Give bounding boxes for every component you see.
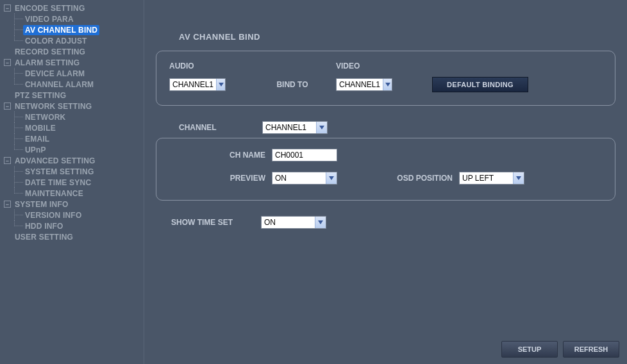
osd-position-label: OSD POSITION (369, 174, 453, 183)
sidebar-item-label: MAINTENANCE (23, 188, 85, 199)
tree-connector-icon (10, 68, 23, 79)
sidebar-item-label: SYSTEM SETTING (23, 167, 96, 177)
sidebar-item-label: COLOR ADJUST (23, 36, 89, 46)
audio-select[interactable]: CHANNEL1 (169, 78, 226, 91)
sidebar-item-video-para[interactable]: VIDEO PARA (10, 13, 144, 24)
footer-buttons: SETUP REFRESH (501, 341, 619, 358)
main-content: AV CHANNEL BIND AUDIO VIDEO CHANNEL1 BIN… (144, 0, 627, 364)
collapse-icon: − (4, 201, 11, 208)
bind-to-label: BIND TO (265, 80, 336, 89)
sidebar-item-hdd-info[interactable]: HDD INFO (10, 220, 144, 231)
sidebar-item-label: VIDEO PARA (23, 14, 76, 24)
sidebar-item-upnp[interactable]: UPnP (10, 144, 144, 155)
sidebar-item-user-setting[interactable]: USER SETTING (4, 231, 144, 242)
dropdown-icon (383, 79, 392, 90)
channel-panel: CH NAME PREVIEW ON OSD POSITION UP LEFT (156, 138, 615, 201)
tree-connector-icon (10, 177, 23, 188)
sidebar-item-label: ALARM SETTING (13, 58, 81, 68)
channel-label: CHANNEL (179, 123, 262, 132)
tree-connector-icon (10, 133, 23, 144)
sidebar-item-system-info[interactable]: −SYSTEM INFO (4, 199, 144, 210)
page-title: AV CHANNEL BIND (179, 32, 615, 42)
default-binding-button[interactable]: DEFAULT BINDING (432, 77, 528, 92)
channel-select-value: CHANNEL1 (263, 123, 316, 132)
collapse-icon: − (4, 103, 11, 110)
tree-connector-icon (10, 35, 23, 46)
tree-connector-icon (10, 24, 23, 35)
sidebar-item-label: USER SETTING (13, 232, 75, 242)
sidebar-item-date-time-sync[interactable]: DATE TIME SYNC (10, 177, 144, 188)
sidebar-item-label: AV CHANNEL BIND (23, 25, 99, 35)
bind-panel: AUDIO VIDEO CHANNEL1 BIND TO CHANNEL1 DE… (156, 51, 615, 106)
sidebar-item-color-adjust[interactable]: COLOR ADJUST (10, 35, 144, 46)
sidebar-item-label: ADVANCED SETTING (13, 156, 97, 166)
sidebar-item-encode-setting[interactable]: −ENCODE SETTING (4, 3, 144, 13)
preview-select-value: ON (272, 174, 326, 183)
sidebar-item-version-info[interactable]: VERSION INFO (10, 210, 144, 220)
show-time-set-select[interactable]: ON (261, 216, 326, 229)
dropdown-icon (326, 172, 337, 184)
sidebar-item-label: DATE TIME SYNC (23, 178, 93, 188)
preview-select[interactable]: ON (272, 172, 337, 185)
tree-connector-icon (10, 144, 23, 155)
tree-connector-icon (10, 166, 23, 177)
sidebar-item-system-setting[interactable]: SYSTEM SETTING (10, 166, 144, 177)
dropdown-icon (315, 217, 326, 228)
tree-connector-icon (10, 122, 23, 133)
sidebar-item-label: MOBILE (23, 123, 58, 133)
sidebar-item-av-channel-bind[interactable]: AV CHANNEL BIND (10, 24, 144, 35)
sidebar: −ENCODE SETTINGVIDEO PARAAV CHANNEL BIND… (0, 0, 144, 364)
sidebar-item-mobile[interactable]: MOBILE (10, 122, 144, 133)
collapse-icon: − (4, 59, 11, 66)
sidebar-item-label: VERSION INFO (23, 210, 83, 220)
tree-connector-icon (10, 112, 23, 122)
sidebar-item-label: ENCODE SETTING (13, 3, 87, 13)
tree-connector-icon (10, 220, 23, 231)
ch-name-label: CH NAME (201, 151, 265, 160)
refresh-button[interactable]: REFRESH (563, 341, 619, 358)
show-time-set-label: SHOW TIME SET (171, 218, 261, 227)
sidebar-item-label: EMAIL (23, 134, 51, 144)
sidebar-item-email[interactable]: EMAIL (10, 133, 144, 144)
dropdown-icon (513, 172, 524, 184)
channel-select[interactable]: CHANNEL1 (262, 121, 328, 134)
sidebar-item-label: NETWORK (23, 112, 67, 122)
sidebar-item-label: SYSTEM INFO (13, 199, 71, 210)
sidebar-item-advanced-setting[interactable]: −ADVANCED SETTING (4, 155, 144, 166)
setup-button[interactable]: SETUP (501, 341, 558, 358)
sidebar-item-ptz-setting[interactable]: PTZ SETTING (4, 90, 144, 101)
collapse-icon: − (4, 157, 11, 164)
tree-connector-icon (10, 188, 23, 199)
sidebar-item-alarm-setting[interactable]: −ALARM SETTING (4, 57, 144, 68)
sidebar-item-label: CHANNEL ALARM (23, 79, 96, 90)
tree-connector-icon (10, 210, 23, 220)
audio-select-value: CHANNEL1 (170, 80, 216, 89)
video-select[interactable]: CHANNEL1 (336, 78, 392, 91)
sidebar-item-label: NETWORK SETTING (13, 101, 94, 112)
osd-position-value: UP LEFT (460, 174, 513, 183)
sidebar-item-device-alarm[interactable]: DEVICE ALARM (10, 68, 144, 79)
preview-label: PREVIEW (201, 174, 265, 183)
sidebar-item-label: HDD INFO (23, 221, 65, 231)
sidebar-item-label: PTZ SETTING (13, 90, 68, 101)
ch-name-field[interactable] (272, 149, 337, 161)
tree-connector-icon (10, 79, 23, 90)
tree-connector-icon (10, 13, 23, 24)
osd-position-select[interactable]: UP LEFT (459, 172, 524, 185)
sidebar-item-label: UPnP (23, 145, 48, 155)
sidebar-item-maintenance[interactable]: MAINTENANCE (10, 188, 144, 199)
dropdown-icon (316, 122, 327, 133)
audio-label: AUDIO (169, 62, 265, 70)
collapse-icon: − (4, 4, 11, 12)
show-time-set-value: ON (262, 218, 315, 227)
sidebar-item-label: DEVICE ALARM (23, 69, 87, 79)
sidebar-item-label: RECORD SETTING (13, 47, 87, 57)
nav-tree: −ENCODE SETTINGVIDEO PARAAV CHANNEL BIND… (4, 3, 144, 242)
video-select-value: CHANNEL1 (337, 80, 383, 89)
sidebar-item-network-setting[interactable]: −NETWORK SETTING (4, 101, 144, 112)
dropdown-icon (216, 79, 225, 90)
sidebar-item-network[interactable]: NETWORK (10, 112, 144, 122)
sidebar-item-record-setting[interactable]: RECORD SETTING (4, 46, 144, 57)
sidebar-item-channel-alarm[interactable]: CHANNEL ALARM (10, 79, 144, 90)
video-label: VIDEO (336, 62, 413, 70)
